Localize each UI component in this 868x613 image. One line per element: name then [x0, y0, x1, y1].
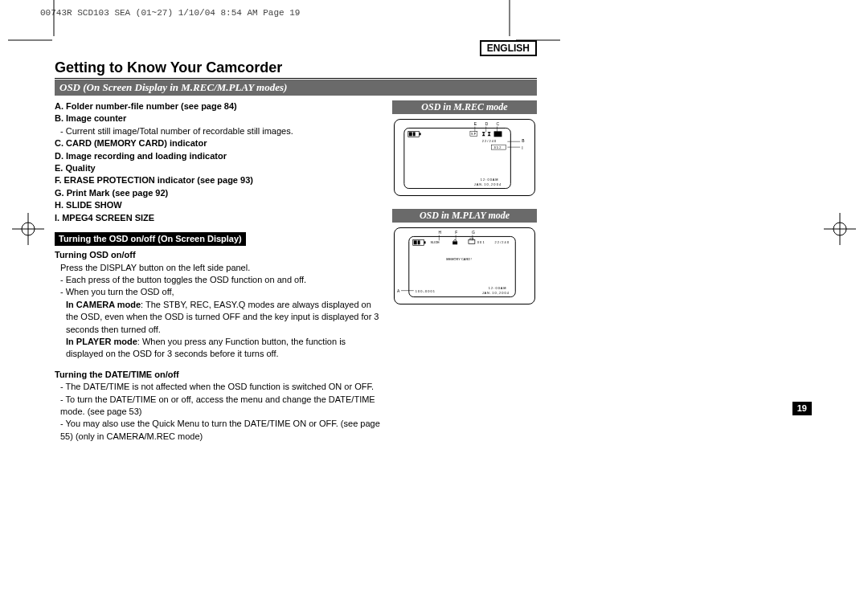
pdf-header: 00743R SCD103 SEA (01~27) 1/10/04 8:54 A… [40, 8, 300, 18]
svg-text:J A N . 1 0 , 2 0 0 4: J A N . 1 0 , 2 0 0 4 [474, 182, 502, 186]
svg-rect-43 [418, 240, 420, 244]
svg-text:H: H [438, 231, 441, 235]
right-column: OSD in M.REC mode E D C S F [392, 100, 537, 443]
registration-mark-right [824, 213, 856, 245]
svg-text:2 2 / 2 4 0: 2 2 / 2 4 0 [482, 139, 497, 143]
svg-text:1 2 : 0 0 A M: 1 2 : 0 0 A M [481, 178, 498, 182]
svg-text:S F: S F [471, 132, 477, 136]
section-heading: OSD (On Screen Display in M.REC/M.PLAY m… [55, 80, 537, 96]
language-box: ENGLISH [480, 40, 537, 56]
list-item-B: B. Image counter [55, 112, 381, 125]
svg-text:2 2 / 2 4 0: 2 2 / 2 4 0 [495, 240, 510, 244]
svg-rect-19 [494, 131, 502, 137]
list-item-E: E. Quality [55, 162, 381, 174]
registration-mark-left [12, 213, 44, 245]
svg-rect-29 [409, 132, 412, 136]
list-item-F: F. ERASE PROTECTION indicator (see page … [55, 174, 381, 186]
figure1-title: OSD in M.REC mode [392, 100, 537, 114]
turning-osd-player-mode: In PLAYER mode: When you press any Funct… [55, 336, 381, 361]
svg-text:I: I [522, 146, 522, 150]
turning-datetime-line-1: - The DATE/TIME is not affected when the… [55, 381, 381, 393]
crop-mark-top-left [8, 39, 56, 51]
svg-text:MEMORY CARD !: MEMORY CARD ! [446, 257, 472, 261]
svg-rect-30 [413, 132, 416, 136]
svg-text:SLIDE: SLIDE [430, 240, 440, 244]
svg-text:3 5 2: 3 5 2 [494, 145, 502, 149]
turning-datetime-heading: Turning the DATE/TIME on/off [55, 369, 381, 381]
list-item-A: A. Folder number-file number (see page 8… [55, 100, 381, 112]
list-item-G: G. Print Mark (see page 92) [55, 187, 381, 199]
svg-text:E: E [474, 122, 477, 126]
svg-rect-42 [414, 240, 417, 244]
svg-rect-45 [452, 241, 457, 244]
crop-mark-top-left-v [53, 0, 63, 40]
svg-rect-46 [469, 239, 475, 243]
left-column: A. Folder number-file number (see page 8… [55, 100, 381, 443]
svg-text:0 0 1: 0 0 1 [477, 240, 485, 244]
svg-text:J A N . 1 0 , 2 0 0 4: J A N . 1 0 , 2 0 0 4 [482, 291, 510, 295]
svg-rect-28 [420, 133, 421, 135]
list-item-I: I. MPEG4 SCREEN SIZE [55, 212, 381, 224]
svg-text:G: G [472, 231, 475, 235]
crop-mark-top-right-v [502, 0, 511, 40]
svg-rect-41 [424, 241, 426, 243]
list-item-H: H. SLIDE SHOW [55, 199, 381, 211]
svg-text:D: D [485, 122, 489, 126]
figure1-box: E D C S F B 2 2 / 2 4 0 [394, 119, 535, 196]
svg-text:1 2 : 0 0 A M: 1 2 : 0 0 A M [489, 286, 506, 290]
svg-text:1 0 0 - 0 0 0 1: 1 0 0 - 0 0 0 1 [416, 289, 435, 293]
turning-datetime-line-2: - To turn the DATE/TIME on or off, acces… [55, 394, 381, 419]
turning-osd-line-1: Press the DISPLAY button on the left sid… [55, 262, 381, 274]
page-number: 19 [792, 402, 812, 415]
figure2-title: OSD in M.PLAY mode [392, 209, 537, 223]
page-content: ENGLISH Getting to Know Your Camcorder O… [55, 40, 537, 443]
svg-text:C: C [497, 122, 500, 126]
turning-osd-line-3: - When you turn the OSD off, [55, 286, 381, 298]
list-item-B-sub: - Current still image/Total number of re… [55, 125, 381, 137]
figure2-box: H F G SLIDE [394, 227, 535, 304]
list-item-D: D. Image recording and loading indicator [55, 150, 381, 162]
turning-datetime-line-3: - You may also use the Quick Menu to tur… [55, 418, 381, 443]
svg-text:B: B [522, 139, 525, 143]
svg-text:F: F [455, 231, 457, 235]
svg-text:A: A [397, 289, 400, 293]
turning-osd-line-2: - Each press of the button toggles the O… [55, 274, 381, 286]
turning-osd-heading: Turning OSD on/off [55, 249, 381, 261]
subsection-heading: Turning the OSD on/off (On Screen Displa… [55, 232, 246, 246]
turning-osd-camera-mode: In CAMERA mode: The STBY, REC, EASY.Q mo… [55, 299, 381, 336]
page-title: Getting to Know Your Camcorder [55, 59, 537, 79]
list-item-C: C. CARD (MEMORY CARD) indicator [55, 137, 381, 149]
